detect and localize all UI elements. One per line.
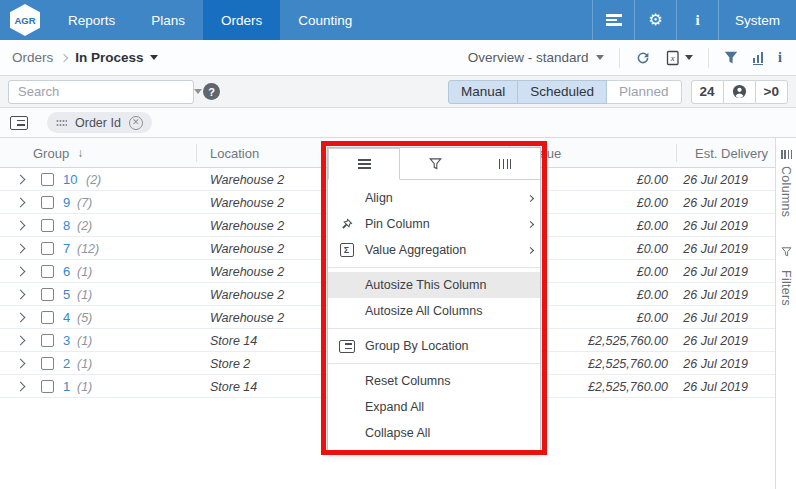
drag-grip-icon[interactable] xyxy=(56,119,67,127)
column-header-est-delivery[interactable]: Est. Delivery xyxy=(677,138,775,168)
order-id-link[interactable]: 9 xyxy=(63,191,70,214)
context-tab-columns[interactable] xyxy=(470,148,540,180)
location-cell: Store 2 xyxy=(210,352,250,375)
menu-item-autosize-all-columns[interactable]: Autosize All Columns xyxy=(328,298,540,324)
side-tab-filters[interactable]: Filters xyxy=(779,243,793,306)
expand-chevron-icon[interactable] xyxy=(16,336,26,346)
row-checkbox[interactable] xyxy=(41,380,54,393)
menu-item-align[interactable]: Align xyxy=(328,185,540,211)
menu-item-collapse-all[interactable]: Collapse All xyxy=(328,420,540,446)
grid-info-button[interactable]: i xyxy=(778,50,782,66)
context-tab-filter[interactable] xyxy=(400,148,470,180)
est-delivery-cell: 26 Jul 2019 xyxy=(683,375,748,398)
expand-chevron-icon[interactable] xyxy=(16,313,26,323)
toggle-manual[interactable]: Manual xyxy=(448,80,518,104)
location-cell: Warehouse 2 xyxy=(210,306,284,329)
filter-button[interactable] xyxy=(724,51,738,64)
menu-item-value-aggregation[interactable]: ΣValue Aggregation xyxy=(328,237,540,263)
menu-item-group-by-location[interactable]: Group By Location xyxy=(328,333,540,359)
menu-separator xyxy=(328,363,540,364)
breadcrumb-parent[interactable]: Orders xyxy=(12,50,53,65)
context-tab-menu[interactable] xyxy=(328,148,400,180)
nav-tab-plans[interactable]: Plans xyxy=(133,0,203,40)
refresh-button[interactable] xyxy=(635,50,651,66)
nav-tab-reports[interactable]: Reports xyxy=(50,0,133,40)
expand-chevron-icon[interactable] xyxy=(16,244,26,254)
chart-button[interactable] xyxy=(753,51,764,65)
nav-tab-orders[interactable]: Orders xyxy=(203,0,280,40)
menu-separator xyxy=(328,267,540,268)
menu-item-pin-column[interactable]: Pin Column xyxy=(328,211,540,237)
est-delivery-cell: 26 Jul 2019 xyxy=(683,329,748,352)
submenu-arrow-icon xyxy=(520,248,540,253)
expand-chevron-icon[interactable] xyxy=(16,290,26,300)
info-icon: i xyxy=(778,50,782,66)
system-menu[interactable]: System xyxy=(718,0,796,40)
count-button[interactable]: 24 xyxy=(691,80,724,104)
topbar-right-actions: ⚙ i System xyxy=(592,0,796,40)
side-tab-columns[interactable]: Columns xyxy=(779,150,793,217)
about-button[interactable]: i xyxy=(676,0,718,40)
order-id-link[interactable]: 6 xyxy=(63,260,70,283)
menu-item-label: Reset Columns xyxy=(365,374,520,388)
location-cell: Warehouse 2 xyxy=(210,191,284,214)
row-checkbox[interactable] xyxy=(41,219,54,232)
help-button[interactable]: ? xyxy=(203,83,220,100)
search-input[interactable] xyxy=(9,84,194,99)
value-cell: £2,525,760.00 xyxy=(588,375,668,398)
est-delivery-cell: 26 Jul 2019 xyxy=(683,306,748,329)
group-panel-icon xyxy=(10,116,28,130)
nav-tab-counting[interactable]: Counting xyxy=(280,0,370,40)
menu-item-autosize-this-column[interactable]: Autosize This Column xyxy=(328,272,540,298)
row-checkbox[interactable] xyxy=(41,311,54,324)
row-checkbox[interactable] xyxy=(41,265,54,278)
columns-icon xyxy=(781,150,792,159)
order-count: (2) xyxy=(77,214,92,237)
order-id-link[interactable]: 5 xyxy=(63,283,70,306)
search-dropdown-button[interactable] xyxy=(194,89,202,94)
user-filter-button[interactable] xyxy=(723,80,756,104)
order-type-toggle-group: ManualScheduledPlanned xyxy=(448,80,682,104)
group-icon xyxy=(328,340,365,353)
remove-chip-icon[interactable]: ✕ xyxy=(129,116,143,130)
column-header-group[interactable]: Group ↓ xyxy=(0,138,197,168)
submenu-arrow-icon xyxy=(520,222,540,227)
order-id-link[interactable]: 4 xyxy=(63,306,70,329)
expand-chevron-icon[interactable] xyxy=(16,221,26,231)
filter-outline-icon xyxy=(781,243,792,261)
queue-button[interactable] xyxy=(592,0,634,40)
view-selector-dropdown[interactable]: Overview - standard xyxy=(468,50,604,65)
menu-item-expand-all[interactable]: Expand All xyxy=(328,394,540,420)
est-delivery-cell: 26 Jul 2019 xyxy=(683,191,748,214)
row-checkbox[interactable] xyxy=(41,357,54,370)
toggle-planned[interactable]: Planned xyxy=(606,80,682,104)
expand-chevron-icon[interactable] xyxy=(16,267,26,277)
row-checkbox[interactable] xyxy=(41,288,54,301)
row-checkbox[interactable] xyxy=(41,242,54,255)
agr-logo[interactable]: AGR xyxy=(0,0,50,40)
order-id-link[interactable]: 7 xyxy=(63,237,70,260)
order-id-link[interactable]: 2 xyxy=(63,352,70,375)
menu-item-label: Collapse All xyxy=(365,426,520,440)
order-id-link[interactable]: 3 xyxy=(63,329,70,352)
side-panel-strip: ColumnsFilters xyxy=(775,138,796,489)
excel-export-icon: x xyxy=(666,50,680,66)
breadcrumb-current[interactable]: In Process xyxy=(75,50,143,65)
row-checkbox[interactable] xyxy=(41,334,54,347)
toggle-scheduled[interactable]: Scheduled xyxy=(517,80,607,104)
excel-export-button[interactable]: x xyxy=(666,50,693,66)
expand-chevron-icon[interactable] xyxy=(16,198,26,208)
settings-button[interactable]: ⚙ xyxy=(634,0,676,40)
expand-chevron-icon[interactable] xyxy=(16,175,26,185)
row-checkbox[interactable] xyxy=(41,196,54,209)
top-navigation-bar: AGR ReportsPlansOrdersCounting ⚙ i Syste… xyxy=(0,0,796,40)
group-chip-order-id[interactable]: Order Id ✕ xyxy=(47,112,152,133)
expand-chevron-icon[interactable] xyxy=(16,382,26,392)
order-id-link[interactable]: 1 xyxy=(63,375,70,398)
order-id-link[interactable]: 8 xyxy=(63,214,70,237)
order-id-link[interactable]: 10 xyxy=(63,168,77,191)
expand-chevron-icon[interactable] xyxy=(16,359,26,369)
greater-than-zero-button[interactable]: >0 xyxy=(755,80,788,104)
row-checkbox[interactable] xyxy=(41,173,54,186)
menu-item-reset-columns[interactable]: Reset Columns xyxy=(328,368,540,394)
